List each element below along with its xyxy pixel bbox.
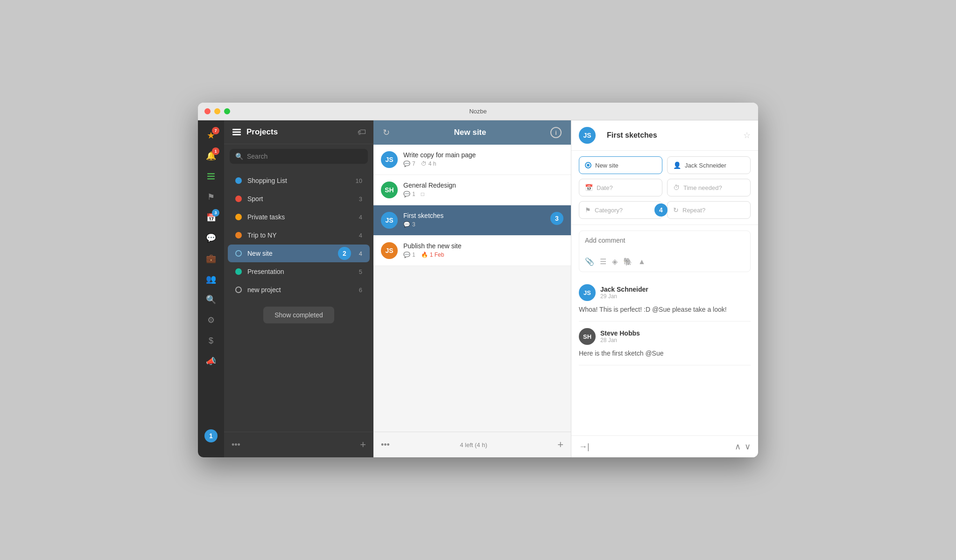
fire-icon: 🔥 xyxy=(421,252,428,258)
evernote-icon[interactable]: 🐘 xyxy=(623,257,633,266)
search-input[interactable] xyxy=(247,153,362,160)
clock-icon: ⏱ xyxy=(421,161,427,167)
project-name: Sport xyxy=(247,195,359,203)
show-completed-container: Show completed xyxy=(224,299,373,331)
project-item-newproject[interactable]: new project 6 xyxy=(228,281,370,299)
detail-footer: →| ∧ ∨ xyxy=(571,435,758,457)
comment-count: 💬 1 xyxy=(403,252,415,258)
megaphone-icon: 📣 xyxy=(206,356,216,366)
nav-up-button[interactable]: ∧ xyxy=(735,441,741,452)
detail-task-title: First sketches xyxy=(607,131,738,140)
add-task-button[interactable]: + xyxy=(557,439,563,451)
search-bar-icon: 🔍 xyxy=(235,153,243,160)
list-icon xyxy=(206,172,216,181)
sidebar-item-announcements[interactable]: 📣 xyxy=(202,352,220,371)
time-placeholder: Time needed? xyxy=(683,184,722,191)
project-item-newsite[interactable]: New site 4 2 xyxy=(228,245,370,262)
repeat-field[interactable]: ↻ Repeat? xyxy=(667,201,751,219)
sidebar-item-settings[interactable]: ⚙ xyxy=(202,311,220,329)
assignee-field[interactable]: 👤 Jack Schneider xyxy=(667,156,751,174)
comment-author: Steve Hobbs xyxy=(600,329,751,337)
sidebar-item-notifications[interactable]: 🔔 1 xyxy=(202,147,220,165)
date-field[interactable]: 📅 Date? xyxy=(579,179,662,196)
calendar-field-icon: 📅 xyxy=(585,184,593,191)
task-item[interactable]: JS Publish the new site 💬 1 🔥 1 Feb xyxy=(373,236,571,266)
project-item-trip[interactable]: Trip to NY 4 xyxy=(228,226,370,244)
close-button[interactable] xyxy=(204,108,211,114)
drive-icon[interactable]: ▲ xyxy=(638,258,646,266)
avatar: SH xyxy=(381,182,398,198)
svg-rect-2 xyxy=(207,178,215,180)
step-2-badge: 2 xyxy=(338,247,351,260)
task-panel: ↻ New site i JS Write copy for main page… xyxy=(373,120,571,457)
sidebar-title: Projects xyxy=(246,127,278,137)
comment-input[interactable] xyxy=(585,237,745,252)
sync-icon[interactable]: ↻ xyxy=(383,127,390,138)
sidebar-item-priority[interactable]: ★ 7 xyxy=(202,126,220,145)
attachment-icon[interactable]: 📎 xyxy=(585,257,594,266)
tag-icon[interactable]: 🏷 xyxy=(358,127,366,137)
comment-author: Jack Schneider xyxy=(600,286,751,293)
task-item[interactable]: SH General Redesign 💬 1 □ xyxy=(373,175,571,205)
sidebar-item-billing[interactable]: $ xyxy=(202,331,220,350)
star-button[interactable]: ☆ xyxy=(743,130,751,140)
project-item-presentation[interactable]: Presentation 5 xyxy=(228,263,370,280)
dropbox-icon[interactable]: ◈ xyxy=(612,257,618,266)
task-item[interactable]: JS First sketches 💬 3 3 xyxy=(373,205,571,236)
task-meta: 💬 1 □ xyxy=(403,191,563,197)
project-count: 4 xyxy=(359,232,362,239)
calendar-badge: 3 xyxy=(212,209,219,217)
add-project-button[interactable]: + xyxy=(360,439,366,451)
task-panel-footer: ••• 4 left (4 h) + xyxy=(373,432,571,457)
project-name: Private tasks xyxy=(247,213,359,221)
navigate-button[interactable]: →| xyxy=(579,442,590,452)
comment-count: 💬 1 xyxy=(403,191,415,197)
app-window: Nozbe ★ 7 🔔 1 xyxy=(198,103,758,457)
maximize-button[interactable] xyxy=(224,108,230,114)
message-icon-item: □ xyxy=(421,191,424,197)
project-dot xyxy=(235,268,242,275)
project-count: 5 xyxy=(359,268,362,275)
task-title: Write copy for main page xyxy=(403,151,563,159)
sidebar-item-work[interactable]: 💼 xyxy=(202,249,220,268)
show-completed-button[interactable]: Show completed xyxy=(263,307,334,323)
sidebar-item-projects[interactable] xyxy=(202,167,220,186)
sidebar-item-flags[interactable]: ⚑ xyxy=(202,188,220,206)
step-4-badge: 4 xyxy=(654,203,668,217)
detail-header: JS First sketches ☆ xyxy=(571,120,758,151)
gear-icon: ⚙ xyxy=(207,315,215,325)
category-field[interactable]: ⚑ Category? 4 xyxy=(579,201,662,219)
more-options-button[interactable]: ••• xyxy=(381,440,390,450)
svg-rect-5 xyxy=(232,134,241,135)
comment-date: 28 Jan xyxy=(600,337,751,343)
repeat-icon: ↻ xyxy=(673,206,679,214)
checklist-icon[interactable]: ☰ xyxy=(600,257,606,266)
project-item-sport[interactable]: Sport 3 xyxy=(228,190,370,208)
avatar: JS xyxy=(381,212,398,229)
project-item-private[interactable]: Private tasks 4 xyxy=(228,208,370,226)
info-icon[interactable]: i xyxy=(550,127,562,138)
comments-section: JS Jack Schneider 29 Jan Whoa! This is p… xyxy=(571,278,758,435)
comment-date: 29 Jan xyxy=(600,293,751,300)
time-estimate: ⏱ 4 h xyxy=(421,161,436,167)
project-field[interactable]: New site xyxy=(579,156,662,174)
sidebar-item-calendar[interactable]: 📅 3 xyxy=(202,208,220,227)
sidebar-item-search[interactable]: 🔍 xyxy=(202,290,220,309)
project-item-shopping[interactable]: Shopping List 10 xyxy=(228,172,370,189)
due-date: 🔥 1 Feb xyxy=(421,252,444,258)
clock-field-icon: ⏱ xyxy=(673,184,680,191)
flag-field-icon: ⚑ xyxy=(585,206,591,214)
sidebar-more-button[interactable]: ••• xyxy=(232,440,240,450)
task-item[interactable]: JS Write copy for main page 💬 7 ⏱ 4 h xyxy=(373,145,571,175)
svg-rect-0 xyxy=(207,173,215,175)
comment-toolbar: 📎 ☰ ◈ 🐘 ▲ xyxy=(585,257,745,266)
project-dot xyxy=(235,196,242,202)
comment-area: 📎 ☰ ◈ 🐘 ▲ xyxy=(579,231,751,272)
project-count: 6 xyxy=(359,287,362,294)
app-title: Nozbe xyxy=(469,108,487,115)
nav-down-button[interactable]: ∨ xyxy=(745,441,751,452)
sidebar-item-chat[interactable]: 💬 xyxy=(202,229,220,247)
sidebar-item-team[interactable]: 👥 xyxy=(202,270,220,288)
time-field[interactable]: ⏱ Time needed? xyxy=(667,179,751,196)
minimize-button[interactable] xyxy=(214,108,220,114)
